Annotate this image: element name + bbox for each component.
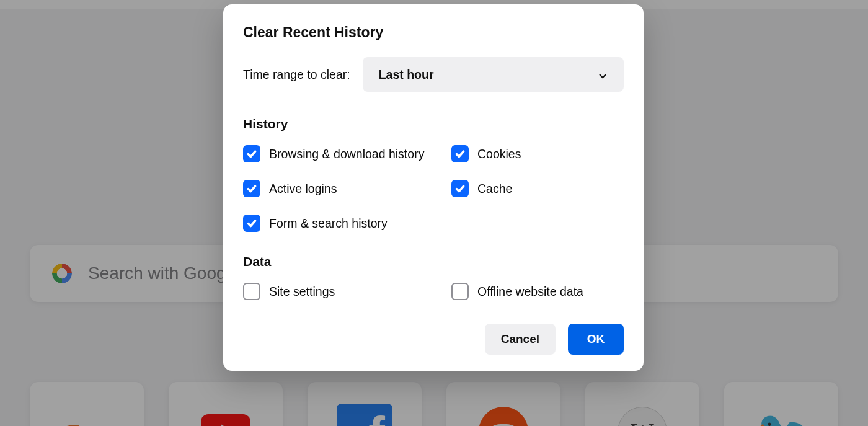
data-checkbox-grid: Site settingsOffline website data — [243, 283, 624, 300]
checkbox-cache[interactable]: Cache — [451, 180, 624, 197]
checkbox-site-settings[interactable]: Site settings — [243, 283, 451, 300]
history-section-heading: History — [243, 117, 624, 131]
checkbox-browsing-download-history[interactable]: Browsing & download history — [243, 145, 451, 162]
checkbox-active-logins[interactable]: Active logins — [243, 180, 451, 197]
cancel-button[interactable]: Cancel — [485, 324, 556, 355]
checkbox-checked-icon — [243, 215, 260, 232]
checkbox-cookies[interactable]: Cookies — [451, 145, 624, 162]
dialog-button-row: Cancel OK — [243, 324, 624, 355]
ok-button[interactable]: OK — [568, 324, 624, 355]
history-checkbox-grid: Browsing & download historyCookiesActive… — [243, 145, 624, 232]
time-range-row: Time range to clear: Last hour — [243, 57, 624, 92]
time-range-select[interactable]: Last hour — [363, 57, 624, 92]
time-range-label: Time range to clear: — [243, 68, 350, 82]
data-section-heading: Data — [243, 254, 624, 269]
checkbox-checked-icon — [243, 180, 260, 197]
checkbox-label: Site settings — [269, 285, 335, 299]
checkbox-checked-icon — [243, 145, 260, 162]
checkbox-label: Cache — [477, 182, 512, 196]
checkbox-unchecked-icon — [243, 283, 260, 300]
checkbox-unchecked-icon — [451, 283, 469, 300]
time-range-value: Last hour — [379, 68, 434, 82]
checkbox-checked-icon — [451, 180, 469, 197]
checkbox-label: Active logins — [269, 182, 337, 196]
checkbox-checked-icon — [451, 145, 469, 162]
clear-history-dialog: Clear Recent History Time range to clear… — [223, 4, 644, 371]
checkbox-form-search-history[interactable]: Form & search history — [243, 215, 451, 232]
dialog-title: Clear Recent History — [243, 24, 624, 41]
checkbox-label: Browsing & download history — [269, 147, 424, 161]
chevron-down-icon — [598, 69, 608, 79]
checkbox-label: Form & search history — [269, 216, 388, 231]
checkbox-label: Cookies — [477, 147, 521, 161]
checkbox-offline-website-data[interactable]: Offline website data — [451, 283, 624, 300]
checkbox-label: Offline website data — [477, 285, 583, 299]
